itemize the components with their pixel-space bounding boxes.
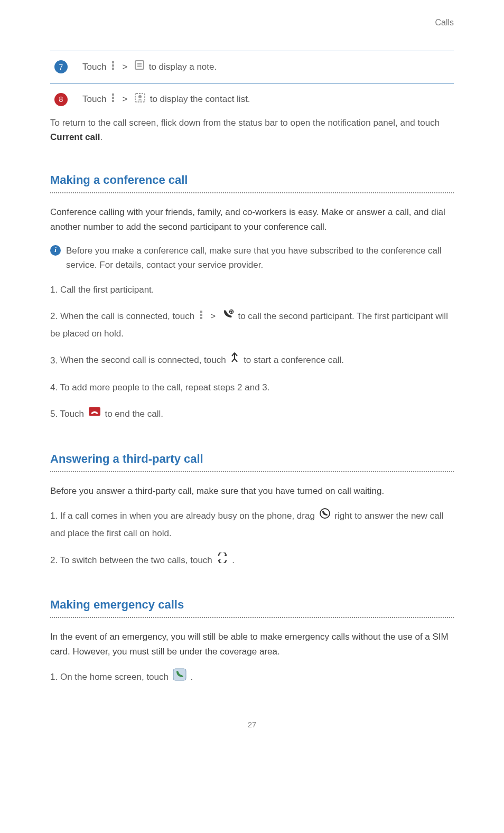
heading-emergency: Making emergency calls [50, 595, 454, 614]
overflow-icon [110, 60, 116, 74]
step-row-8: 8 Touch > to display the contact list. [50, 83, 454, 116]
svg-rect-13 [200, 314, 202, 316]
conf-step-2: When the call is connected, touch > to c… [50, 308, 454, 342]
divider [50, 471, 454, 472]
conf-step-5: Touch to end the call. [50, 406, 454, 423]
overflow-icon [199, 308, 204, 325]
page-number: 27 [50, 718, 454, 731]
phone-app-icon [173, 668, 186, 687]
svg-point-11 [138, 95, 142, 98]
swap-calls-icon [217, 552, 228, 569]
divider [50, 617, 454, 618]
step-badge-7: 7 [54, 60, 68, 73]
note-block: i Before you make a conference call, mak… [50, 244, 454, 272]
contact-list-icon [134, 92, 146, 107]
svg-rect-9 [112, 100, 114, 102]
heading-conference: Making a conference call [50, 171, 454, 189]
section-header: Calls [50, 16, 454, 30]
svg-rect-8 [112, 97, 114, 99]
drag-answer-icon [319, 508, 331, 525]
heading-third-party: Answering a third-party call [50, 450, 454, 468]
svg-rect-14 [200, 317, 202, 319]
emerg-steps: On the home screen, touch . [50, 668, 454, 687]
conf-steps: Call the first participant. When the cal… [50, 282, 454, 423]
return-to-call-text: To return to the call screen, flick down… [50, 116, 454, 144]
overflow-icon [110, 92, 116, 107]
divider [50, 192, 454, 193]
svg-rect-12 [200, 311, 202, 313]
add-call-icon [222, 308, 234, 325]
third-intro: Before you answer a third-party call, ma… [50, 484, 454, 498]
conf-step-3: When the second call is connected, touch… [50, 352, 454, 369]
step7-post: to display a note. [149, 62, 217, 72]
emerg-step-1: On the home screen, touch . [50, 668, 454, 687]
third-steps: If a call comes in when you are already … [50, 508, 454, 569]
svg-rect-1 [112, 64, 114, 67]
step8-post: to display the contact list. [150, 94, 250, 104]
conf-step-4: To add more people to the call, repeat s… [50, 379, 454, 396]
third-step-1: If a call comes in when you are already … [50, 508, 454, 542]
info-icon: i [50, 245, 61, 256]
merge-calls-icon [230, 352, 239, 369]
step-badge-8: 8 [54, 93, 68, 106]
svg-rect-2 [112, 68, 114, 70]
step8-pre: Touch [82, 94, 109, 104]
step-row-7: 7 Touch > to display a note. [50, 51, 454, 83]
conf-step-1: Call the first participant. [50, 282, 454, 298]
step7-pre: Touch [82, 62, 109, 72]
emerg-intro: In the event of an emergency, you will s… [50, 630, 454, 658]
third-step-2: To switch between the two calls, touch . [50, 552, 454, 569]
note-icon [134, 60, 145, 74]
svg-rect-7 [112, 93, 114, 96]
conf-note: Before you make a conference call, make … [66, 244, 454, 272]
svg-rect-0 [112, 61, 114, 63]
end-call-icon [88, 406, 101, 423]
conf-intro: Conference calling with your friends, fa… [50, 205, 454, 233]
